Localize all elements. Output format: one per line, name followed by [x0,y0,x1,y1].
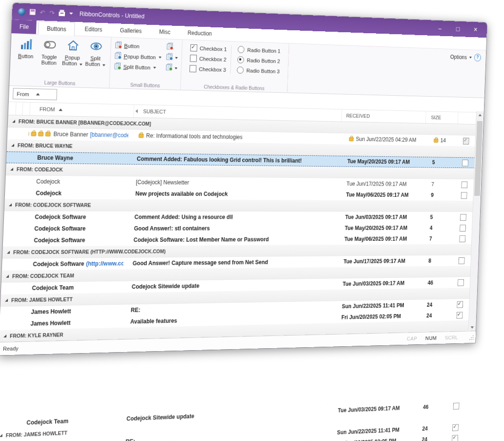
radio-radio-button-3[interactable]: Radio Button 3 [237,66,280,75]
window-title: RibbonControls - Untitled [80,11,145,20]
received-text: Fri Jun/20/2025 02:05 PM [341,313,401,321]
tab-editors[interactable]: Editors [76,22,110,37]
icon-column-header[interactable] [16,102,23,115]
expand-collapse-icon[interactable] [6,275,9,278]
tab-buttons[interactable]: Buttons [38,21,75,36]
icon-column-header[interactable] [23,103,30,115]
checkbox-label: Checkbox 2 [199,56,227,62]
expand-collapse-icon[interactable] [11,144,14,147]
tab-file[interactable]: File [11,20,37,34]
ribbon-small-button-popup-button[interactable]: Popup Button [114,52,162,62]
redo-icon[interactable]: ↷ [49,10,55,16]
from-cell: James Howlett [21,318,122,327]
options-dropdown-icon[interactable] [469,57,472,59]
tab-misc[interactable]: Misc [151,25,178,39]
row-checkbox[interactable] [457,301,463,308]
ribbon-icon-button-1[interactable] [166,43,178,52]
expander-column-header[interactable] [8,102,17,115]
subject-cell: Codejock Software: Lost Member Name or P… [130,236,340,243]
scroll-down-button[interactable] [468,324,476,332]
help-icon[interactable]: ? [474,54,482,62]
checkbox-checkbox-2[interactable]: Checkbox 2 [189,54,227,63]
received-cell: Tue Jun/17/2025 09:17 AM [339,258,423,265]
tab-galleries[interactable]: Galleries [112,23,150,38]
from-name: Codejock Team [26,418,68,426]
group-header-label: FROM: CODEJOCK SOFTWARE (HTTP://WWW.CODE… [13,249,166,255]
row-checkbox[interactable] [458,257,464,264]
row-checkbox[interactable] [461,192,467,199]
ribbon-group-small-buttons: ButtonPopup ButtonSplit Button Small But… [109,37,182,90]
ribbon-small-button-split-button[interactable]: Split Button [114,62,161,72]
column-header-size[interactable]: SIZE [426,111,458,124]
from-link[interactable]: (http://www.codejoc... [86,260,124,267]
checkbox-checkbox-3[interactable]: Checkbox 3 [189,64,227,74]
row-checkbox[interactable] [453,402,459,409]
expand-collapse-icon[interactable] [0,434,2,437]
ribbon-icon-button-2[interactable] [166,53,178,62]
radio-radio-button-1[interactable]: Radio Button 1 [238,45,281,55]
qat-dropdown-icon[interactable] [69,13,73,15]
row-checkbox[interactable] [460,225,466,231]
row-checkbox[interactable] [459,235,465,242]
maximize-button[interactable]: □ [449,25,467,33]
window-controls: – □ × [431,21,484,38]
radio-label: Radio Button 3 [246,67,280,74]
expand-collapse-icon[interactable] [5,299,8,302]
group-header[interactable]: FROM: CODEJOCK SOFTWARE [4,199,473,211]
expand-collapse-icon[interactable] [12,120,15,123]
from-cell: Codejock Software [24,225,125,232]
minimize-button[interactable]: – [431,24,449,32]
checkbox-icon [190,44,197,52]
ribbon-button-toggle-button[interactable]: Toggle Button [38,37,61,66]
expand-collapse-icon[interactable] [10,168,13,170]
undo-icon[interactable]: ↶ [40,9,45,16]
mail-row[interactable]: Codejock SoftwareGood Answer!: stl conta… [3,223,473,235]
radio-radio-button-2[interactable]: Radio Button 2 [237,56,280,65]
expand-collapse-icon[interactable] [9,203,12,206]
canvas: ↶ ↷ RibbonControls - Untitled – □ × File… [0,0,504,441]
close-button[interactable]: × [466,25,484,34]
document-icon [166,42,174,52]
arrow-up-icon [479,114,482,116]
ribbon-button-button[interactable]: Button [14,36,38,65]
indicator-num: NUM [425,335,437,341]
row-checkbox[interactable] [452,424,459,431]
tab-reduction[interactable]: Reduction [180,26,220,41]
row-checkbox[interactable] [462,159,468,166]
row-checkbox[interactable] [456,312,462,318]
app-icon[interactable] [18,8,25,16]
row-checkbox[interactable] [452,435,458,441]
row-expander-cell [0,423,3,424]
row-checkbox[interactable] [462,137,469,144]
resize-grip-icon[interactable] [468,334,474,340]
size-text: 24 [427,302,433,308]
size-text: 24 [421,436,427,441]
row-checkbox[interactable] [460,214,466,221]
mail-row[interactable]: CodejockNew projects available on Codejo… [5,187,474,201]
from-cell: Codejock Software [24,237,124,244]
ribbon-button-split-button[interactable]: Split Button [84,38,107,67]
group-by-label: From [17,91,29,97]
mail-row[interactable]: Codejock SoftwareComment Added: Using a … [4,211,473,223]
expand-collapse-icon[interactable] [7,251,10,253]
expand-collapse-icon[interactable] [3,335,6,337]
ribbon-icon-button-3[interactable] [165,64,177,73]
save-icon[interactable] [30,9,36,15]
from-link[interactable]: [bbanner@codejock.com] [90,131,128,139]
group-by-field-from[interactable]: From [13,88,57,100]
received-text: Fri Jun/20/2025 02:05 PM [336,438,397,441]
column-header-from[interactable]: FROM [30,103,134,117]
checkbox-checkbox-1[interactable]: Checkbox 1 [190,44,227,53]
row-checkbox[interactable] [458,279,464,286]
row-checkbox[interactable] [461,181,467,188]
radio-label: Radio Button 1 [247,47,281,54]
ribbon-button-popup-button[interactable]: Popup Button [61,38,84,67]
ribbon-small-button-button[interactable]: Button [115,41,162,51]
column-header-checkbox[interactable] [458,112,476,125]
scroll-up-button[interactable] [476,111,483,119]
subject-cell: Good Answer! Capture message send from N… [129,258,339,267]
print-icon[interactable] [59,12,65,16]
scrollbar-thumb[interactable] [474,121,483,196]
options-button[interactable]: Options [450,54,467,61]
column-header-received[interactable]: RECEIVED [342,109,426,123]
